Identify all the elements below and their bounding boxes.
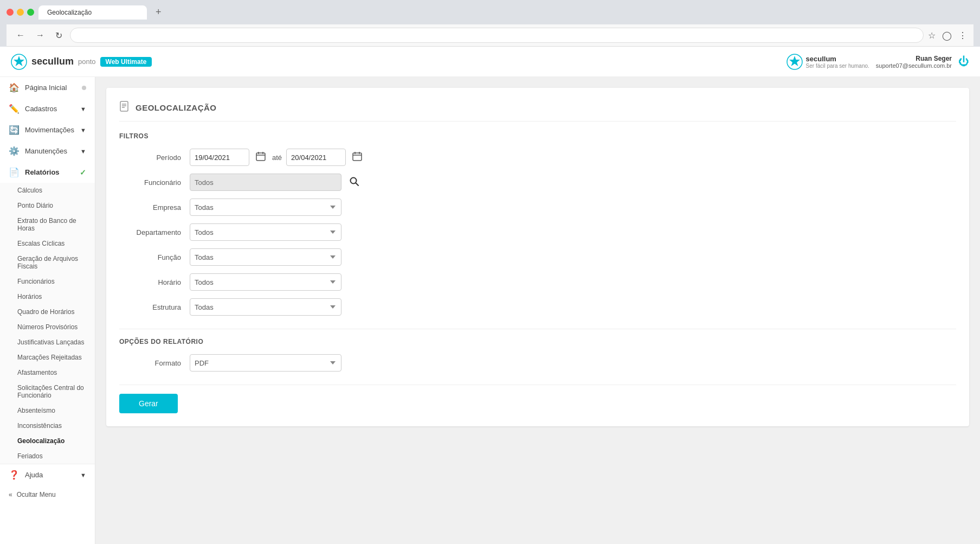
report-icon: 📄	[9, 167, 20, 177]
content-area: GEOLOCALIZAÇÃO FILTROS Período	[95, 77, 980, 544]
sidebar-subitem-geolocalizacao[interactable]: Geolocalização	[0, 433, 95, 449]
funcao-select[interactable]: Todas	[190, 248, 341, 266]
horario-select[interactable]: Todos	[190, 273, 341, 291]
close-dot[interactable]	[7, 9, 14, 16]
sidebar-label-manutencoes: Manutenções	[25, 147, 67, 155]
sidebar-item-relatorios[interactable]: 📄 Relatórios ✓	[0, 162, 95, 183]
secullum-logo-icon	[11, 54, 27, 70]
search-funcionario-button[interactable]	[346, 175, 362, 190]
subitem-label-geracao: Geração de Arquivos Fiscais	[17, 255, 78, 270]
horario-row: Horário Todos	[119, 273, 956, 291]
sidebar-subitem-inconsistencias[interactable]: Inconsistências	[0, 418, 95, 433]
sidebar-item-ajuda[interactable]: ❓ Ajuda ▼	[0, 464, 95, 485]
logo-ponto: ponto	[78, 57, 96, 66]
transfer-icon: 🔄	[9, 125, 20, 135]
sidebar-subitem-quadro[interactable]: Quadro de Horários	[0, 304, 95, 319]
edit-icon: ✏️	[9, 104, 20, 114]
address-bar[interactable]	[70, 28, 924, 43]
sidebar-subitem-numeros[interactable]: Números Provisórios	[0, 319, 95, 335]
page-title: GEOLOCALIZAÇÃO	[136, 103, 217, 112]
power-icon[interactable]: ⏻	[958, 55, 969, 68]
periodo-row: Período até	[119, 149, 956, 166]
subitem-label-justificativas: Justificativas Lançadas	[17, 338, 84, 346]
sidebar-label-cadastros: Cadastros	[25, 105, 57, 113]
calendar-from-button[interactable]	[254, 151, 268, 163]
formato-label: Formato	[119, 359, 190, 367]
sidebar-subitem-justificativas[interactable]: Justificativas Lançadas	[0, 335, 95, 350]
sidebar-subitem-feriados[interactable]: Feriados	[0, 449, 95, 464]
funcionario-row: Funcionário	[119, 174, 956, 191]
subitem-label-calculos: Cálculos	[17, 187, 42, 194]
svg-rect-12	[353, 153, 362, 161]
gerar-button[interactable]: Gerar	[119, 394, 178, 413]
formato-select[interactable]: PDF Excel CSV	[190, 354, 341, 372]
estrutura-select[interactable]: Todas	[190, 298, 341, 316]
user-email: suporte07@secullum.com.br	[876, 62, 952, 69]
hide-menu-icon: «	[9, 491, 12, 498]
date-from-input[interactable]	[190, 149, 249, 166]
date-to-input[interactable]	[286, 149, 346, 166]
funcao-label: Função	[119, 253, 190, 261]
header-logo-small: secullum Ser fácil para ser humano.	[786, 54, 869, 70]
svg-rect-8	[256, 153, 265, 161]
sidebar-item-cadastros[interactable]: ✏️ Cadastros ▼	[0, 98, 95, 119]
departamento-label: Departamento	[119, 228, 190, 236]
formato-row: Formato PDF Excel CSV	[119, 354, 956, 372]
badge-ultimate: Web Ultimate	[100, 57, 152, 67]
sidebar-subitem-horarios[interactable]: Horários	[0, 289, 95, 304]
subitem-label-horarios: Horários	[17, 293, 42, 300]
subitem-label-ponto-diario: Ponto Diário	[17, 202, 53, 209]
hide-menu-button[interactable]: « Ocultar Menu	[0, 485, 95, 504]
footer-divider	[119, 385, 956, 385]
sidebar: 🏠 Página Inicial ✏️ Cadastros ▼ 🔄 Movime…	[0, 77, 95, 544]
user-name: Ruan Seger	[876, 55, 952, 62]
user-info: Ruan Seger suporte07@secullum.com.br	[876, 55, 952, 69]
report-options-title: OPÇÕES DO RELATÓRIO	[119, 338, 956, 345]
sidebar-subitem-ponto-diario[interactable]: Ponto Diário	[0, 198, 95, 213]
bookmark-icon[interactable]: ☆	[928, 30, 936, 41]
section-divider	[119, 329, 956, 329]
svg-marker-1	[14, 56, 24, 66]
maximize-dot[interactable]	[27, 9, 34, 16]
user-icon[interactable]: ◯	[942, 30, 952, 41]
departamento-row: Departamento Todos	[119, 223, 956, 241]
subitem-label-escalas: Escalas Cíclicas	[17, 240, 65, 247]
sidebar-subitem-escalas[interactable]: Escalas Cíclicas	[0, 236, 95, 251]
sidebar-subitem-extrato[interactable]: Extrato do Banco de Horas	[0, 213, 95, 236]
menu-icon[interactable]: ⋮	[958, 30, 967, 41]
sidebar-subitem-solicitacoes[interactable]: Solicitações Central do Funcionário	[0, 380, 95, 403]
hide-menu-label: Ocultar Menu	[17, 491, 56, 498]
page-header: GEOLOCALIZAÇÃO	[119, 101, 956, 121]
sidebar-subitem-marcacoes[interactable]: Marcações Rejeitadas	[0, 350, 95, 365]
sidebar-subitem-geracao[interactable]: Geração de Arquivos Fiscais	[0, 251, 95, 274]
periodo-controls: até	[190, 149, 364, 166]
arrow-down-icon-ajuda: ▼	[80, 472, 86, 478]
estrutura-row: Estrutura Todas	[119, 298, 956, 316]
browser-tab[interactable]: Geolocalização	[38, 5, 147, 20]
sidebar-subitem-afastamentos[interactable]: Afastamentos	[0, 365, 95, 380]
subitem-label-quadro: Quadro de Horários	[17, 308, 74, 316]
sidebar-subitem-funcionarios[interactable]: Funcionários	[0, 274, 95, 289]
sidebar-item-pagina-inicial[interactable]: 🏠 Página Inicial	[0, 77, 95, 98]
sidebar-label-relatorios: Relatórios	[25, 168, 60, 176]
actions-section: Gerar	[119, 394, 956, 413]
sidebar-subitem-absenteismo[interactable]: Absenteísmo	[0, 403, 95, 418]
reload-button[interactable]: ↻	[52, 29, 66, 42]
departamento-select[interactable]: Todos	[190, 223, 341, 241]
empresa-select[interactable]: Todas	[190, 199, 341, 216]
calendar-to-button[interactable]	[350, 151, 364, 163]
new-tab-button[interactable]: +	[151, 4, 166, 20]
subitem-label-extrato: Extrato do Banco de Horas	[17, 217, 76, 232]
arrow-down-icon-2: ▼	[80, 127, 86, 133]
sidebar-item-manutencoes[interactable]: ⚙️ Manutenções ▼	[0, 140, 95, 162]
forward-button[interactable]: →	[33, 29, 48, 41]
subitem-label-funcionarios: Funcionários	[17, 278, 55, 285]
svg-line-17	[356, 183, 359, 185]
sidebar-item-movimentacoes[interactable]: 🔄 Movimentações ▼	[0, 119, 95, 140]
logo-section: secullum ponto Web Ultimate	[11, 54, 152, 70]
minimize-dot[interactable]	[17, 9, 24, 16]
subitem-label-marcacoes: Marcações Rejeitadas	[17, 354, 82, 361]
funcionario-input[interactable]	[190, 174, 341, 191]
sidebar-subitem-calculos[interactable]: Cálculos	[0, 183, 95, 198]
back-button[interactable]: ←	[13, 29, 28, 41]
